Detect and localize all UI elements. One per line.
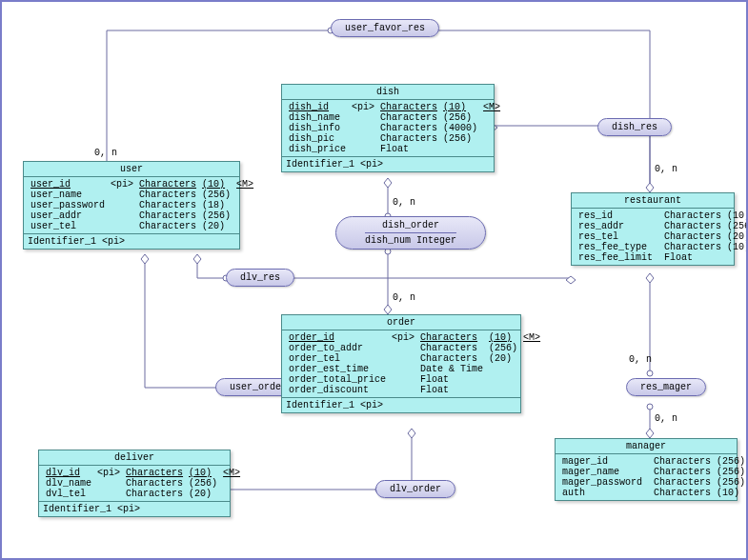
attr-mandatory: [520, 343, 543, 353]
attr-len: (10): [186, 468, 220, 478]
attr-name: res_tel: [576, 231, 656, 242]
attr-len: (256): [440, 112, 480, 123]
attr-type: Characters: [377, 112, 440, 123]
attr-mandatory: <M>: [480, 102, 503, 112]
entity-deliver: deliver dlv_id<pi>Characters(10)<M>dlv_n…: [38, 450, 231, 517]
attr-type: Characters: [136, 221, 199, 231]
relation-dish-res: dish_res: [597, 118, 672, 136]
attr-len: (10): [724, 210, 748, 221]
entity-footer: Identifier_1 <pi>: [282, 156, 494, 171]
attr-len: (256): [714, 456, 748, 467]
svg-marker-7: [141, 254, 149, 264]
attr-len: (256): [486, 343, 520, 353]
attr-type: Characters: [123, 468, 186, 478]
entity-restaurant: restaurant res_idCharacters(10)res_addrC…: [571, 192, 735, 266]
relation-title: dlv_order: [390, 484, 441, 494]
attr-pi: [349, 123, 377, 133]
svg-marker-4: [566, 276, 576, 284]
relation-attr-type: Integer: [416, 235, 456, 246]
attr-mandatory: [520, 364, 543, 374]
relation-res-mager: res_mager: [626, 378, 706, 396]
attr-pi: [349, 144, 377, 154]
attr-mandatory: <M>: [233, 179, 256, 190]
entity-title: user: [24, 162, 239, 177]
cardinality: 0, n: [629, 354, 652, 365]
attr-name: dvl_tel: [43, 489, 94, 499]
attr-type: Characters: [651, 467, 714, 477]
attr-pi: [389, 343, 417, 353]
attr-pi: [389, 385, 417, 395]
attr-type: Characters: [136, 210, 199, 221]
attr-name: user_addr: [28, 210, 108, 221]
svg-marker-10: [408, 429, 415, 438]
svg-point-24: [647, 370, 653, 376]
attr-len: (20): [724, 231, 748, 242]
attr-name: dish_info: [286, 123, 349, 133]
relation-title: dlv_res: [240, 272, 280, 283]
cardinality: 0, n: [655, 164, 677, 174]
entity-title: restaurant: [572, 193, 734, 209]
attr-pi: <pi>: [349, 102, 377, 112]
attr-len: (10): [199, 179, 233, 190]
attr-type: Characters: [651, 477, 714, 488]
attr-type: Characters: [417, 343, 486, 353]
attr-name: dish_price: [286, 144, 349, 154]
attr-name: order_total_price: [286, 374, 389, 385]
relation-title: res_mager: [640, 382, 692, 392]
entity-body: dlv_id<pi>Characters(10)<M>dlv_nameChara…: [39, 466, 230, 501]
entity-footer: Identifier_1 <pi>: [39, 501, 230, 516]
attr-pi: [389, 353, 417, 364]
relation-dlv-res: dlv_res: [226, 269, 294, 287]
attr-len: (10): [714, 488, 748, 498]
attr-name: order_tel: [286, 353, 389, 364]
attr-name: order_id: [286, 332, 389, 343]
attr-name: mager_password: [559, 477, 645, 488]
attr-len: (20): [486, 353, 520, 364]
attr-len: (256): [440, 133, 480, 144]
attr-name: dish_pic: [286, 133, 349, 144]
attr-len: (256): [714, 477, 748, 488]
attr-type: Characters: [377, 102, 440, 112]
attr-type: Characters: [661, 231, 724, 242]
attr-pi: [108, 190, 136, 200]
attr-pi: [94, 478, 123, 489]
entity-body: user_id<pi>Characters(10)<M>user_nameCha…: [24, 177, 239, 233]
relation-title: user_order: [230, 382, 287, 392]
attr-type: Characters: [417, 353, 486, 364]
attr-name: mager_id: [559, 456, 645, 467]
svg-marker-11: [646, 273, 654, 283]
attr-len: (4000): [440, 123, 480, 133]
attr-name: dlv_name: [43, 478, 94, 489]
attr-name: user_password: [28, 200, 108, 210]
entity-footer: Identifier_1 <pi>: [282, 397, 520, 412]
attr-pi: <pi>: [389, 332, 417, 343]
attr-len: (256): [186, 478, 220, 489]
attr-name: res_fee_limit: [576, 252, 656, 263]
relation-title: dish_res: [612, 122, 657, 132]
attr-len: (20): [199, 221, 233, 231]
attr-pi: [94, 489, 123, 499]
attr-mandatory: <M>: [520, 332, 543, 343]
attr-type: Characters: [136, 179, 199, 190]
attr-name: dish_id: [286, 102, 349, 112]
attr-type: Characters: [651, 456, 714, 467]
entity-body: res_idCharacters(10)res_addrCharacters(2…: [572, 209, 734, 265]
attr-name: res_fee_type: [576, 242, 656, 252]
attr-mandatory: <M>: [220, 468, 243, 478]
svg-point-25: [647, 404, 653, 410]
entity-order: order order_id<pi>Characters(10)<M>order…: [281, 314, 521, 413]
attr-mandatory: [520, 374, 543, 385]
attr-mandatory: [233, 190, 256, 200]
attr-pi: [108, 200, 136, 210]
attr-name: res_id: [576, 210, 656, 221]
attr-type: Characters: [661, 242, 724, 252]
attr-pi: [389, 374, 417, 385]
attr-mandatory: [233, 221, 256, 231]
attr-len: (10): [486, 332, 520, 343]
attr-len: [486, 364, 520, 374]
attr-len: (18): [199, 200, 233, 210]
attr-type: Float: [377, 144, 440, 154]
entity-body: dish_id<pi>Characters(10)<M>dish_nameCha…: [282, 100, 494, 156]
attr-mandatory: [233, 200, 256, 210]
attr-name: user_id: [28, 179, 108, 190]
